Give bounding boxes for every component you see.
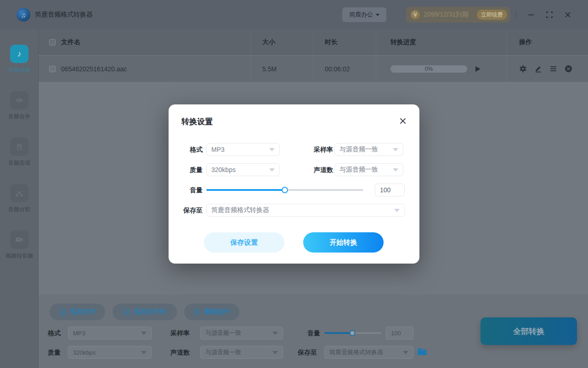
convert-all-button[interactable]: 全部转换: [481, 317, 577, 345]
add-file-icon: [59, 308, 67, 316]
app-logo-icon: ♫: [17, 8, 30, 22]
vip-badge-icon: V: [411, 10, 420, 19]
add-folder-button[interactable]: 添加文件夹: [113, 304, 177, 320]
play-button[interactable]: [475, 66, 481, 72]
video-camera-icon: [10, 230, 28, 249]
volume-input[interactable]: 100: [375, 184, 405, 196]
row-checkbox[interactable]: [49, 66, 56, 72]
format-select[interactable]: MP3: [206, 143, 280, 156]
row-edit-pencil-icon[interactable]: [534, 65, 542, 73]
sidebar-item-audio-split[interactable]: 音频分割: [0, 184, 39, 230]
header-duration: 时长: [325, 38, 338, 46]
save-to-label: 保存至: [169, 204, 203, 217]
vip-expiry-text: 2099/12/31到期: [424, 11, 477, 19]
title-bar: ♫ 简鹿音频格式转换器 简鹿办公 V 2099/12/31到期 立即续费: [0, 0, 588, 29]
file-duration: 00:06:02: [325, 65, 350, 73]
quality-label: 质量: [48, 346, 61, 359]
workspace-menu-button[interactable]: 简鹿办公: [342, 7, 386, 22]
add-file-button[interactable]: 添加文件: [50, 304, 105, 320]
vip-status-bar: V 2099/12/31到期 立即续费: [406, 7, 510, 23]
browse-folder-icon[interactable]: [417, 347, 427, 356]
sample-rate-select[interactable]: 与源音频一致: [200, 327, 283, 339]
save-to-label: 保存至: [298, 346, 317, 359]
row-settings-gear-icon[interactable]: [519, 65, 527, 73]
renew-button[interactable]: 立即续费: [477, 10, 507, 20]
header-name: 文件名: [61, 38, 80, 46]
chevron-down-icon: [141, 332, 147, 335]
chevron-down-icon: [376, 14, 379, 16]
save-to-select[interactable]: 简鹿音频格式转换器: [324, 346, 413, 359]
chevron-down-icon: [272, 351, 278, 354]
delete-circle-icon: [193, 308, 201, 316]
delete-selected-button[interactable]: 删除选中: [184, 304, 239, 320]
sidebar-item-video-to-audio[interactable]: 视频转音频: [0, 230, 39, 277]
format-label: 格式: [169, 143, 203, 156]
header-size: 大小: [262, 38, 275, 46]
save-settings-button[interactable]: 保存设置: [204, 232, 284, 253]
dialog-close-icon[interactable]: [398, 116, 407, 126]
start-convert-button[interactable]: 开始转换: [303, 232, 384, 253]
volume-slider[interactable]: [206, 189, 363, 191]
app-title: 简鹿音频格式转换器: [35, 11, 93, 19]
bottom-panel: 添加文件 添加文件夹 删除选中 格式 MP3 采样率 与源音频一致 音量 100…: [39, 294, 588, 368]
select-all-checkbox[interactable]: [49, 39, 56, 46]
chevron-down-icon: [272, 332, 278, 335]
channels-select[interactable]: 与源音频一致: [200, 346, 283, 359]
progress-bar: 0%: [390, 65, 467, 73]
file-size: 5.5M: [262, 65, 277, 73]
compress-file-icon: [10, 138, 28, 156]
app-window: ♫ 简鹿音频格式转换器 简鹿办公 V 2099/12/31到期 立即续费 ♪ 音…: [0, 0, 588, 368]
filelist-header: 文件名 大小 时长 转换进度 操作: [39, 29, 588, 55]
chevron-down-icon: [269, 148, 275, 151]
titlebar-divider: [515, 11, 516, 18]
quality-select[interactable]: 320kbps: [68, 346, 152, 359]
chevron-down-icon: [393, 168, 398, 172]
row-remove-icon[interactable]: [565, 65, 572, 73]
chevron-down-icon: [394, 209, 400, 212]
maximize-button[interactable]: [545, 10, 554, 19]
add-folder-icon: [123, 308, 130, 316]
workspace-menu-label: 简鹿办公: [349, 11, 373, 19]
quality-label: 质量: [169, 163, 203, 176]
row-menu-icon[interactable]: [549, 65, 557, 73]
sidebar-item-audio-compress[interactable]: 音频压缩: [0, 138, 39, 184]
format-label: 格式: [48, 327, 61, 339]
header-progress: 转换进度: [390, 38, 416, 46]
sidebar: ♪ 音频转换 音频合并 音频压缩 音频分割: [0, 29, 39, 368]
music-note-icon: ♪: [10, 45, 28, 63]
channels-select[interactable]: 与源音频一致: [334, 163, 403, 176]
sidebar-item-audio-convert[interactable]: ♪ 音频转换: [0, 45, 39, 91]
chevron-down-icon: [403, 351, 408, 354]
save-to-select[interactable]: 简鹿音频格式转换器: [206, 204, 405, 217]
progress-label: 0%: [390, 65, 467, 73]
chevron-down-icon: [141, 351, 147, 354]
chevron-down-icon: [269, 168, 275, 172]
file-name: 065462025161420.aac: [61, 65, 127, 73]
sidebar-item-audio-merge[interactable]: 音频合并: [0, 91, 39, 138]
channels-label: 声道数: [170, 346, 190, 359]
volume-input[interactable]: 100: [386, 327, 413, 339]
sample-rate-label: 采样率: [170, 327, 190, 339]
sample-rate-label: 采样率: [302, 143, 333, 156]
chevron-down-icon: [393, 148, 398, 151]
scissors-icon: [10, 184, 28, 202]
close-button[interactable]: [563, 10, 572, 19]
minimize-button[interactable]: [526, 10, 536, 19]
dialog-title: 转换设置: [181, 116, 213, 127]
sample-rate-select[interactable]: 与源音频一致: [334, 143, 403, 156]
format-select[interactable]: MP3: [68, 327, 152, 339]
quality-select[interactable]: 320kbps: [206, 163, 280, 176]
table-row: 065462025161420.aac 5.5M 00:06:02 0%: [39, 55, 588, 82]
conversion-settings-dialog: 转换设置 格式 MP3 采样率 与源音频一致 质量 320kbps 声道数 与源…: [169, 104, 419, 264]
volume-label: 音量: [169, 184, 203, 196]
volume-slider[interactable]: [324, 332, 381, 334]
volume-slider-handle[interactable]: [282, 187, 288, 193]
merge-icon: [10, 91, 28, 109]
channels-label: 声道数: [302, 163, 333, 176]
volume-label: 音量: [307, 327, 320, 339]
header-actions: 操作: [519, 38, 532, 46]
volume-slider-handle[interactable]: [349, 330, 355, 336]
